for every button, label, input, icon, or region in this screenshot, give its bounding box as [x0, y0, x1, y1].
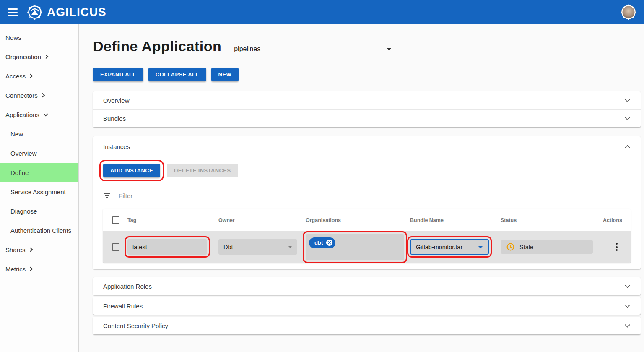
hamburger-menu-icon[interactable] — [8, 8, 18, 16]
section-instances-panel: Instances ADD INSTANCE DELETE INSTANCES … — [93, 136, 641, 269]
chevron-down-icon — [288, 246, 292, 248]
page-title: Define Application — [93, 38, 221, 55]
sidebar-item-label: Applications — [5, 111, 39, 118]
column-header-bundle-name: Bundle Name — [410, 217, 501, 223]
section-firewall-rules[interactable]: Firewall Rules — [93, 297, 641, 315]
tag-value: latest — [132, 244, 147, 250]
sidebar-item-label: Metrics — [5, 266, 26, 273]
chevron-down-icon — [624, 304, 631, 308]
section-bundles[interactable]: Bundles — [93, 110, 641, 127]
filter-row — [103, 190, 631, 201]
sidebar-item-label: Access — [5, 73, 26, 80]
collapse-all-button[interactable]: COLLAPSE ALL — [148, 68, 206, 81]
status-badge: Stale — [501, 240, 593, 254]
sidebar-item-new[interactable]: New — [0, 124, 78, 143]
chevron-down-icon — [43, 113, 48, 117]
chevron-up-icon — [624, 145, 631, 149]
sidebar-item-metrics[interactable]: Metrics — [0, 259, 78, 279]
instances-table: Tag Owner Organisations Bundle Name Stat… — [103, 209, 631, 263]
sidebar-item-applications[interactable]: Applications — [0, 105, 78, 124]
sidebar-item-service-assignment[interactable]: Service Assignment — [0, 182, 78, 201]
section-overview[interactable]: Overview — [93, 91, 641, 109]
delete-instances-button[interactable]: DELETE INSTANCES — [167, 164, 238, 177]
filter-icon — [103, 193, 111, 198]
owner-select[interactable]: Dbt — [218, 239, 297, 255]
sidebar-item-label: Organisation — [5, 53, 41, 60]
organisations-field[interactable]: dbt — [306, 234, 404, 260]
sidebar-item-label: New — [10, 130, 23, 138]
sidebar-item-organisation[interactable]: Organisation — [0, 47, 78, 66]
sidebar-item-access[interactable]: Access — [0, 66, 78, 86]
column-header-owner: Owner — [218, 217, 306, 223]
user-avatar[interactable] — [621, 4, 636, 20]
accordion-application-roles: Application Roles — [93, 277, 641, 295]
sidebar-item-label: Connectors — [5, 92, 38, 99]
column-header-actions: Actions — [603, 217, 631, 223]
chevron-down-icon — [387, 48, 392, 50]
tag-input[interactable]: latest — [127, 239, 207, 255]
section-label: Content Security Policy — [103, 322, 168, 329]
row-checkbox[interactable] — [112, 243, 119, 251]
chevron-right-icon — [45, 54, 49, 59]
accordion-group-top: Overview Bundles — [93, 91, 641, 127]
section-label: Firewall Rules — [103, 302, 143, 310]
agilicus-logo: AGILICUS — [27, 4, 106, 20]
section-label: Application Roles — [103, 283, 152, 290]
top-app-bar: AGILICUS — [0, 0, 644, 24]
table-row: latest Dbt dbt — [103, 231, 631, 263]
column-header-organisations: Organisations — [306, 217, 410, 223]
clock-icon — [506, 242, 515, 251]
chevron-right-icon — [42, 93, 45, 98]
add-instance-button[interactable]: ADD INSTANCE — [103, 164, 160, 177]
table-header-row: Tag Owner Organisations Bundle Name Stat… — [103, 209, 631, 231]
brand-text: AGILICUS — [47, 5, 106, 19]
accordion-content-security-policy: Content Security Policy — [93, 317, 641, 334]
chevron-down-icon — [478, 246, 483, 248]
section-instances[interactable]: Instances — [103, 136, 631, 156]
sidebar-item-label: News — [5, 34, 21, 41]
section-label: Bundles — [103, 115, 126, 122]
section-content-security-policy[interactable]: Content Security Policy — [93, 317, 641, 334]
sidebar-item-label: Authentication Clients — [10, 227, 71, 234]
accordion-firewall-rules: Firewall Rules — [93, 297, 641, 315]
sidebar-item-define[interactable]: Define — [0, 163, 78, 182]
bundle-name-select[interactable]: Gitlab-monitor.tar — [410, 239, 489, 255]
status-text: Stale — [519, 244, 533, 250]
row-actions-menu[interactable] — [603, 243, 631, 251]
sidebar-item-diagnose[interactable]: Diagnose — [0, 201, 78, 221]
chevron-down-icon — [624, 324, 631, 328]
select-all-checkbox[interactable] — [112, 216, 119, 224]
bundle-name-value: Gitlab-monitor.tar — [416, 244, 462, 250]
main-content: Define Application pipelines EXPAND ALL … — [79, 24, 644, 352]
sidebar-item-overview[interactable]: Overview — [0, 143, 78, 163]
agilicus-logo-icon — [27, 4, 43, 20]
sidebar-item-label: Overview — [10, 150, 37, 157]
section-application-roles[interactable]: Application Roles — [93, 277, 641, 295]
sidebar-item-connectors[interactable]: Connectors — [0, 86, 78, 105]
app-window: AGILICUS News Organ — [0, 0, 644, 352]
sidebar-item-label: Shares — [5, 246, 26, 253]
application-select[interactable]: pipelines — [233, 45, 393, 57]
chevron-right-icon — [29, 266, 33, 271]
owner-value: Dbt — [223, 244, 233, 250]
sidebar: News Organisation Access Connectors Appl… — [0, 24, 79, 352]
new-button[interactable]: NEW — [211, 68, 239, 81]
column-header-tag: Tag — [127, 217, 218, 223]
organisation-chip: dbt — [309, 237, 335, 248]
chevron-down-icon — [624, 117, 631, 120]
filter-input[interactable] — [118, 190, 631, 201]
chip-remove-icon[interactable] — [326, 239, 333, 246]
column-header-status: Status — [501, 217, 603, 223]
sidebar-item-label: Service Assignment — [10, 188, 66, 196]
expand-all-button[interactable]: EXPAND ALL — [93, 68, 143, 81]
sidebar-item-label: Define — [10, 169, 29, 176]
sidebar-item-authentication-clients[interactable]: Authentication Clients — [0, 221, 78, 240]
organisation-chip-label: dbt — [314, 240, 323, 246]
sidebar-item-shares[interactable]: Shares — [0, 240, 78, 259]
chevron-right-icon — [29, 73, 33, 78]
chevron-down-icon — [624, 99, 631, 102]
chevron-down-icon — [624, 284, 631, 288]
toolbar: EXPAND ALL COLLAPSE ALL NEW — [93, 68, 641, 81]
sidebar-item-label: Diagnose — [10, 208, 37, 215]
sidebar-item-news[interactable]: News — [0, 28, 78, 47]
